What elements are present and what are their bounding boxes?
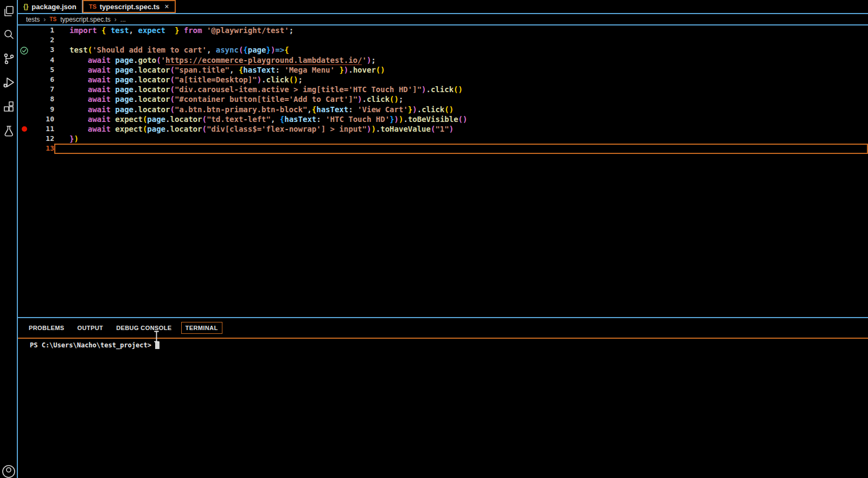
breadcrumb-separator: › — [43, 16, 46, 23]
terminal[interactable]: PS C:\Users\Nacho\test_project> — [18, 339, 868, 349]
code-text: await expect(page.locator("td.text-left"… — [54, 114, 467, 124]
testing-icon[interactable] — [2, 124, 16, 138]
activity-bar — [0, 0, 17, 478]
mouse-ibeam-cursor — [153, 331, 160, 345]
code-line-6[interactable]: 6 await page.locator("a[title=Desktop]")… — [18, 75, 868, 85]
code-line-4[interactable]: 4 await page.goto('https://ecommerce-pla… — [18, 55, 868, 65]
line-number: 8 — [18, 94, 54, 104]
line-number: 12 — [18, 134, 54, 144]
extensions-icon[interactable] — [2, 100, 16, 114]
tab-label: package.json — [31, 3, 76, 11]
code-editor[interactable]: 1import { test, expect } from '@playwrig… — [18, 25, 868, 317]
search-icon[interactable] — [2, 28, 16, 42]
panel-tab-bar: PROBLEMSOUTPUTDEBUG CONSOLETERMINAL — [18, 318, 868, 339]
ts-file-icon: TS — [49, 16, 56, 22]
tab-typescript.spec.ts[interactable]: TStypescript.spec.ts× — [82, 0, 176, 13]
account-icon[interactable] — [2, 464, 16, 478]
breadcrumb-folder[interactable]: tests — [26, 16, 40, 23]
breadcrumb: tests › TS typescript.spec.ts › ... — [18, 14, 868, 25]
ts-file-icon: TS — [89, 3, 97, 10]
close-icon[interactable]: × — [164, 2, 169, 11]
source-control-icon[interactable] — [2, 51, 16, 66]
code-line-5[interactable]: 5 await page.locator("span.title", {hasT… — [18, 65, 868, 75]
code-text: await page.locator("#container button[ti… — [54, 94, 403, 104]
panel-tab-terminal[interactable]: TERMINAL — [181, 322, 222, 334]
terminal-prompt: PS C:\Users\Nacho\test_project> — [30, 341, 151, 349]
explorer-icon[interactable] — [2, 4, 16, 18]
line-number: 7 — [18, 85, 54, 94]
tab-package.json[interactable]: {}package.json — [18, 0, 82, 13]
code-line-9[interactable]: 9 await page.locator("a.btn.btn-primary.… — [18, 105, 868, 114]
line-number: 9 — [18, 105, 54, 114]
test-pass-icon[interactable] — [20, 47, 28, 55]
line-number: 13 — [18, 144, 54, 153]
code-line-11[interactable]: 11 await expect(page.locator("div[class$… — [18, 124, 868, 134]
current-line-highlight — [54, 144, 868, 154]
line-number: 1 — [18, 25, 54, 35]
breadcrumb-ellipsis[interactable]: ... — [120, 16, 126, 23]
main-column: {}package.jsonTStypescript.spec.ts× test… — [18, 0, 868, 478]
tab-label: typescript.spec.ts — [100, 3, 160, 11]
json-file-icon: {} — [23, 3, 28, 10]
code-line-1[interactable]: 1import { test, expect } from '@playwrig… — [18, 25, 868, 35]
line-number: 6 — [18, 75, 54, 85]
line-number: 2 — [18, 35, 54, 45]
breakpoint-icon[interactable] — [22, 126, 27, 132]
bottom-panel: PROBLEMSOUTPUTDEBUG CONSOLETERMINAL PS C… — [18, 317, 868, 478]
code-text: await page.goto('https://ecommerce-playg… — [54, 55, 376, 65]
tab-bar: {}package.jsonTStypescript.spec.ts× — [18, 0, 868, 14]
breadcrumb-separator-2: › — [114, 16, 117, 23]
code-text — [54, 35, 69, 45]
breadcrumb-file[interactable]: typescript.spec.ts — [60, 16, 111, 23]
panel-tab-problems[interactable]: PROBLEMS — [25, 322, 68, 333]
panel-tab-debug-console[interactable]: DEBUG CONSOLE — [112, 322, 175, 333]
line-number: 4 — [18, 55, 54, 65]
code-line-7[interactable]: 7 await page.locator("div.carousel-item.… — [18, 85, 868, 94]
panel-tab-output[interactable]: OUTPUT — [74, 322, 107, 333]
code-text: await expect(page.locator("div[class$='f… — [54, 124, 454, 134]
code-line-2[interactable]: 2 — [18, 35, 868, 45]
code-text: await page.locator("span.title", {hasTex… — [54, 65, 385, 75]
line-number: 5 — [18, 65, 54, 75]
code-text: import { test, expect } from '@playwrigh… — [54, 25, 293, 35]
code-text: await page.locator("a[title=Desktop]").c… — [54, 75, 303, 85]
code-text: await page.locator("div.carousel-item.ac… — [54, 85, 463, 94]
run-and-debug-icon[interactable] — [2, 75, 16, 89]
code-text: test('Should add item to cart', async({p… — [54, 45, 289, 55]
code-line-10[interactable]: 10 await expect(page.locator("td.text-le… — [18, 114, 868, 124]
code-line-3[interactable]: 3test('Should add item to cart', async({… — [18, 45, 868, 55]
code-text: }) — [54, 134, 79, 144]
code-line-12[interactable]: 12}) — [18, 134, 868, 144]
vscode-window: {}package.jsonTStypescript.spec.ts× test… — [0, 0, 868, 478]
code-text: await page.locator("a.btn.btn-primary.bt… — [54, 105, 454, 114]
code-line-8[interactable]: 8 await page.locator("#container button[… — [18, 94, 868, 104]
code-lines: 1import { test, expect } from '@playwrig… — [18, 25, 868, 153]
line-number: 10 — [18, 114, 54, 124]
